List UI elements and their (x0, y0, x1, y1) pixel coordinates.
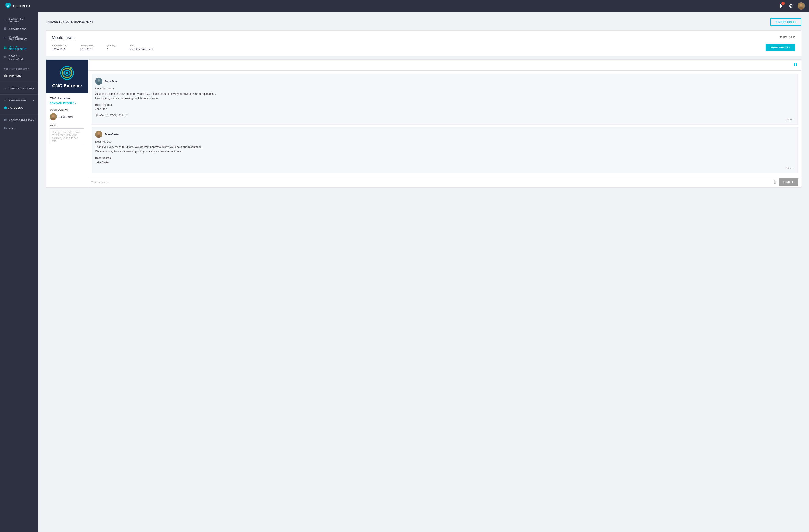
svg-rect-20 (796, 63, 797, 66)
file-icon (4, 27, 7, 31)
other-functions-label: Other Functions (9, 87, 33, 90)
expand-icon-2[interactable]: › (793, 166, 794, 170)
back-label: < Back to Quote Management (48, 20, 93, 23)
message-card-2: Jake Carter Dear Mr. Doe Thank you very … (91, 127, 798, 173)
help-icon (4, 127, 7, 130)
rfq-deadline-label: RFQ deadline: (52, 44, 67, 47)
bottom-panel: CNC Extreme CNC Extreme Company Profile … (46, 59, 802, 188)
message-body-1: Attached please find our quote for your … (95, 92, 794, 101)
contact-avatar (50, 113, 57, 120)
message-header: John Doe (95, 77, 794, 85)
sidebar-item-help[interactable]: Help (0, 124, 38, 132)
sidebar-item-other-functions[interactable]: ··· Other Functions ▾ (0, 85, 38, 93)
sidebar-item-order-management[interactable]: Order Management (0, 33, 38, 43)
sidebar-item-label: Search Companies (9, 55, 34, 60)
right-panel: John Doe Dear Mr. Carter Attached please… (88, 60, 801, 187)
back-arrow-icon: ‹ (46, 20, 47, 23)
arrow-right-icon: › (75, 102, 76, 105)
svg-rect-7 (5, 74, 6, 77)
company-profile-link[interactable]: Company Profile › (50, 102, 84, 105)
back-link[interactable]: ‹ < Back to Quote Management (46, 20, 93, 23)
autodesk-logo[interactable]: A AUTODESK (4, 106, 34, 109)
sidebar-item-search-companies[interactable]: Search Companies (0, 53, 38, 63)
message-time-1: 14:51 (786, 118, 792, 121)
delivery-date-label: Delivery date: (80, 44, 94, 47)
sidebar-item-search-orders[interactable]: Search for Orders (0, 15, 38, 25)
message-time-2: 14:53 (786, 167, 792, 170)
search-companies-icon (4, 56, 7, 59)
message-input[interactable] (91, 181, 771, 184)
message-greeting-2: Dear Mr. Doe (95, 140, 794, 143)
svg-point-14 (66, 72, 68, 74)
delivery-date-group: Delivery date: 07/15/2019 (80, 44, 94, 51)
order-details-wrap: RFQ deadline: 06/24/2019 Delivery date: … (52, 43, 795, 51)
send-label: Send (783, 181, 790, 183)
company-logo-name: CNC Extreme (52, 83, 82, 89)
notifications-button[interactable]: 1 (777, 2, 784, 9)
message-attachment-1[interactable]: offer_v1_17-06-2019.pdf (95, 113, 794, 117)
sidebar-item-label: Order Management (9, 36, 34, 41)
check-icon (4, 99, 7, 102)
order-info-header: Mould insert Status: Public (52, 35, 795, 40)
message-input-bar: Send (88, 177, 801, 187)
message-signature-1: Best Regards,John Doe (95, 103, 794, 112)
messages-body: John Doe Dear Mr. Carter Attached please… (88, 71, 801, 177)
reject-quote-button[interactable]: Reject Quote (771, 18, 802, 26)
svg-point-15 (70, 67, 71, 68)
about-orderfox-label: About Orderfox (9, 119, 33, 122)
message-avatar-1 (95, 77, 102, 85)
order-info-card: Mould insert Status: Public RFQ deadline… (46, 31, 802, 56)
mikron-label: MIKRON (9, 74, 21, 77)
attach-button[interactable] (773, 180, 777, 184)
sidebar: Search for Orders Create RFQs Order Mana… (0, 12, 38, 532)
sidebar-item-about-orderfox[interactable]: About Orderfox ▾ (0, 116, 38, 124)
chevron-down-icon: ▾ (33, 87, 34, 90)
show-details-button[interactable]: Show Details (765, 43, 795, 51)
message-body-2: Thank you very much for quote. We are ve… (95, 145, 794, 154)
sidebar-item-create-rfqs[interactable]: Create RFQs (0, 25, 38, 33)
split-view-icon[interactable] (794, 63, 797, 68)
svg-rect-8 (6, 75, 6, 77)
message-signature-2: Best regardsJake Carter (95, 156, 794, 165)
sidebar-item-partnership[interactable]: Partnership ▾ (0, 96, 38, 104)
need-group: Need: One-off requirement (128, 44, 153, 51)
message-header-2: Jake Carter (95, 131, 794, 138)
language-button[interactable] (788, 2, 794, 9)
header: OF ORDERFOX 1 (0, 0, 809, 12)
company-name: CNC Extreme (50, 96, 84, 100)
grid-icon (4, 46, 7, 50)
svg-rect-5 (4, 75, 5, 77)
delivery-date-value: 07/15/2019 (80, 48, 94, 51)
help-label: Help (9, 127, 15, 130)
send-button[interactable]: Send (779, 178, 798, 185)
company-info-section: CNC Extreme Company Profile › Your conta… (46, 93, 88, 149)
premium-partners-label: Premium Partners (0, 66, 38, 71)
sidebar-item-label: Quote Management (9, 45, 34, 50)
memo-label: Memo (50, 124, 84, 127)
svg-point-17 (52, 114, 55, 117)
message-footer-1: 14:51 › (95, 118, 794, 121)
mikron-logo: MIKRON (4, 73, 21, 78)
user-avatar[interactable] (797, 2, 805, 10)
partnership-label: Partnership (9, 99, 27, 102)
main-content: ‹ < Back to Quote Management Reject Quot… (38, 12, 809, 532)
left-panel: CNC Extreme CNC Extreme Company Profile … (46, 60, 88, 187)
contact-row: Jake Carter (50, 113, 84, 120)
order-title: Mould insert (52, 35, 75, 40)
memo-textarea[interactable] (50, 128, 84, 145)
message-card: John Doe Dear Mr. Carter Attached please… (91, 74, 798, 125)
chevron-down-icon2: ▾ (33, 99, 34, 102)
mikron-partner[interactable]: MIKRON (0, 71, 38, 81)
message-avatar-2 (95, 131, 102, 138)
rfq-deadline-group: RFQ deadline: 06/24/2019 (52, 44, 67, 51)
order-status: Status: Public (778, 35, 795, 38)
attachment-filename: offer_v1_17-06-2019.pdf (100, 114, 127, 117)
svg-text:OF: OF (7, 5, 10, 7)
expand-icon-1[interactable]: › (793, 118, 794, 121)
svg-point-22 (98, 79, 100, 82)
sidebar-item-quote-management[interactable]: Quote Management (0, 43, 38, 53)
info-icon (4, 119, 7, 122)
svg-rect-9 (7, 75, 7, 77)
message-sender-1: John Doe (104, 80, 117, 83)
quantity-group: Quantity: 2 (106, 44, 116, 51)
